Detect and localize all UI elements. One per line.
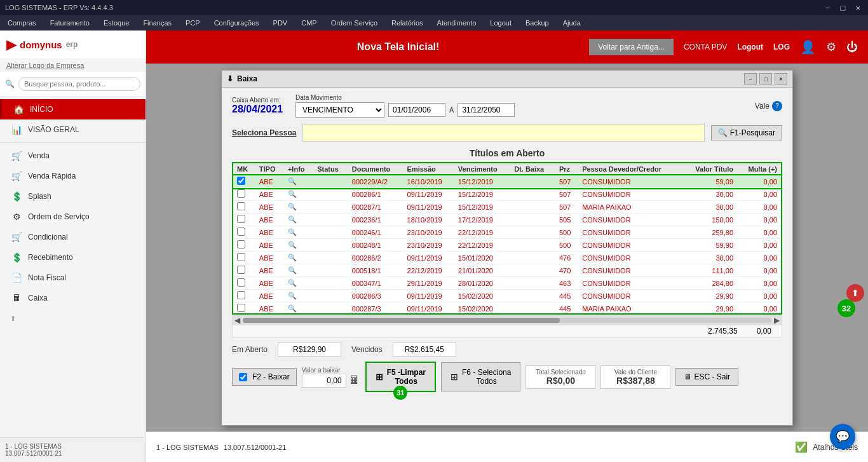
valor-baixar-input[interactable]: [302, 374, 346, 388]
f2-baixar-btn[interactable]: F2 - Baixar: [232, 368, 297, 386]
f6-icon: ⊞: [451, 372, 458, 382]
cell-info[interactable]: 🔍: [284, 201, 313, 214]
minimize-btn[interactable]: −: [823, 3, 833, 13]
table-row[interactable]: ABE 🔍 000287/3 09/11/2019 15/02/2020 445…: [233, 302, 781, 315]
table-row[interactable]: ABE 🔍 000286/2 09/11/2019 15/01/2020 476…: [233, 252, 781, 264]
f2-checkbox[interactable]: [239, 373, 247, 381]
close-btn[interactable]: ×: [853, 3, 863, 13]
table-row[interactable]: ABE 🔍 000286/1 09/11/2019 15/12/2019 507…: [233, 188, 781, 201]
chat-btn[interactable]: 💬: [830, 424, 855, 449]
cell-emissao: 09/11/2019: [403, 188, 454, 201]
menu-faturamento[interactable]: Faturamento: [48, 18, 92, 28]
table-row[interactable]: ABE 🔍 000286/3 09/11/2019 15/02/2020 445…: [233, 290, 781, 302]
cell-doc: 000287/3: [348, 302, 403, 315]
date-from-input[interactable]: [388, 103, 445, 117]
cell-info[interactable]: 🔍: [284, 252, 313, 264]
cell-status: [313, 175, 348, 188]
modal-close-btn[interactable]: ×: [775, 73, 787, 85]
menu-relatorios[interactable]: Relatórios: [389, 18, 426, 28]
scroll-left-btn[interactable]: ◀: [234, 316, 240, 325]
table-row[interactable]: ABE 🔍 000518/1 22/12/2019 21/01/2020 470…: [233, 264, 781, 277]
sidebar-item-splash[interactable]: 💲 Splash: [0, 186, 146, 207]
row-checkbox[interactable]: [237, 228, 245, 236]
vale-help-icon[interactable]: ?: [772, 101, 782, 111]
row-checkbox[interactable]: [237, 291, 245, 299]
settings-icon[interactable]: ⚙: [826, 40, 836, 54]
sidebar-item-venda[interactable]: 🛒 Venda: [0, 146, 146, 166]
table-row[interactable]: ABE 🔍 000347/1 29/11/2019 28/01/2020 463…: [233, 277, 781, 290]
sidebar-item-nota-fiscal[interactable]: 📄 Nota Fiscal: [0, 268, 146, 288]
cell-info[interactable]: 🔍: [284, 264, 313, 277]
cell-info[interactable]: 🔍: [284, 226, 313, 239]
row-checkbox[interactable]: [237, 189, 245, 198]
company-link[interactable]: Alterar Logo da Empresa: [0, 59, 146, 72]
maximize-btn[interactable]: □: [838, 3, 848, 13]
search-input[interactable]: [18, 77, 140, 91]
menu-logout[interactable]: Logout: [487, 18, 514, 28]
cell-pessoa: MARIA PAIXAO: [578, 302, 682, 315]
row-checkbox[interactable]: [237, 253, 245, 261]
menu-configuracoes[interactable]: Configurações: [212, 18, 262, 28]
cell-info[interactable]: 🔍: [284, 175, 313, 188]
sidebar-company-info: 1 - LOG SISTEMAS 13.007.512/0001-21: [5, 443, 140, 457]
cell-info[interactable]: 🔍: [284, 290, 313, 302]
sidebar-item-ordem-servico[interactable]: ⚙ Ordem de Serviço: [0, 207, 146, 227]
power-icon[interactable]: ⏻: [846, 41, 858, 54]
sidebar-item-recebimento[interactable]: 💲 Recebimento: [0, 247, 146, 268]
table-row[interactable]: ABE 🔍 000229/A/2 16/10/2019 15/12/2019 5…: [233, 175, 781, 188]
sidebar-item-condicional[interactable]: 🛒 Condicional: [0, 227, 146, 247]
f1-pesquisar-btn[interactable]: 🔍 F1-Pesquisar: [711, 125, 782, 140]
menu-pcp[interactable]: PCP: [183, 18, 203, 28]
table-row[interactable]: ABE 🔍 000236/1 18/10/2019 17/12/2019 505…: [233, 214, 781, 226]
seleciona-pessoa-input[interactable]: [302, 124, 704, 142]
menu-cmp[interactable]: CMP: [299, 18, 319, 28]
f5-limpar-btn[interactable]: ⊞ F5 -LimparTodos: [365, 362, 436, 392]
scroll-right-btn[interactable]: ▶: [774, 316, 780, 325]
nota-fiscal-label: Nota Fiscal: [28, 273, 66, 282]
sidebar-item-visao-geral[interactable]: 📊 VISÃO GERAL: [0, 119, 146, 140]
menu-atendimento[interactable]: Atendimento: [435, 18, 479, 28]
table-row[interactable]: ABE 🔍 000248/1 23/10/2019 22/12/2019 500…: [233, 239, 781, 252]
sidebar-item-caixa[interactable]: 🖩 Caixa: [0, 288, 146, 308]
row-checkbox[interactable]: [237, 266, 245, 274]
menu-backup[interactable]: Backup: [523, 18, 552, 28]
menu-ajuda[interactable]: Ajuda: [560, 18, 583, 28]
sidebar-item-venda-rapida[interactable]: 🛒 Venda Rápida: [0, 166, 146, 186]
esc-sair-btn[interactable]: 🖥 ESC - Sair: [675, 368, 738, 386]
cell-valor: 111,00: [682, 264, 737, 277]
row-checkbox[interactable]: [237, 304, 245, 312]
scrollbar-track: [243, 318, 771, 323]
menu-compras[interactable]: Compras: [5, 18, 39, 28]
h-scrollbar[interactable]: ◀ ▶: [232, 315, 782, 325]
row-checkbox[interactable]: [237, 202, 245, 210]
cell-info[interactable]: 🔍: [284, 214, 313, 226]
f6-seleciona-btn[interactable]: ⊞ F6 - SelecionaTodos: [441, 362, 520, 391]
cell-info[interactable]: 🔍: [284, 277, 313, 290]
table-row[interactable]: ABE 🔍 000246/1 23/10/2019 22/12/2019 500…: [233, 226, 781, 239]
logout-label[interactable]: Logout: [737, 43, 763, 51]
menu-pdv[interactable]: PDV: [271, 18, 290, 28]
cart-fast-icon: 🛒: [10, 171, 23, 181]
cell-info[interactable]: 🔍: [284, 188, 313, 201]
sidebar-item-inicio[interactable]: 🏠 INÍCIO: [0, 99, 146, 119]
modal-minimize-btn[interactable]: −: [744, 73, 757, 85]
menu-ordem-servico[interactable]: Ordem Serviço: [329, 18, 380, 28]
row-checkbox[interactable]: [237, 215, 245, 223]
voltar-antiga-btn[interactable]: Voltar para Antiga...: [589, 39, 674, 55]
movimento-type-select[interactable]: VENCIMENTO: [295, 102, 384, 118]
row-checkbox[interactable]: [237, 177, 245, 185]
cell-venc: 15/02/2020: [454, 302, 510, 315]
cell-venc: 22/12/2019: [454, 226, 510, 239]
row-checkbox[interactable]: [237, 240, 245, 248]
date-to-input[interactable]: [458, 103, 515, 117]
inicio-label: INÍCIO: [30, 105, 53, 114]
cell-info[interactable]: 🔍: [284, 239, 313, 252]
calculator-icon[interactable]: 🖩: [349, 374, 360, 387]
menu-financas[interactable]: Finanças: [140, 18, 174, 28]
row-checkbox[interactable]: [237, 278, 245, 287]
scrollbar-thumb[interactable]: [243, 318, 560, 323]
cell-info[interactable]: 🔍: [284, 302, 313, 315]
modal-restore-btn[interactable]: □: [759, 73, 772, 85]
menu-estoque[interactable]: Estoque: [101, 18, 132, 28]
table-row[interactable]: ABE 🔍 000287/1 09/11/2019 15/12/2019 507…: [233, 201, 781, 214]
